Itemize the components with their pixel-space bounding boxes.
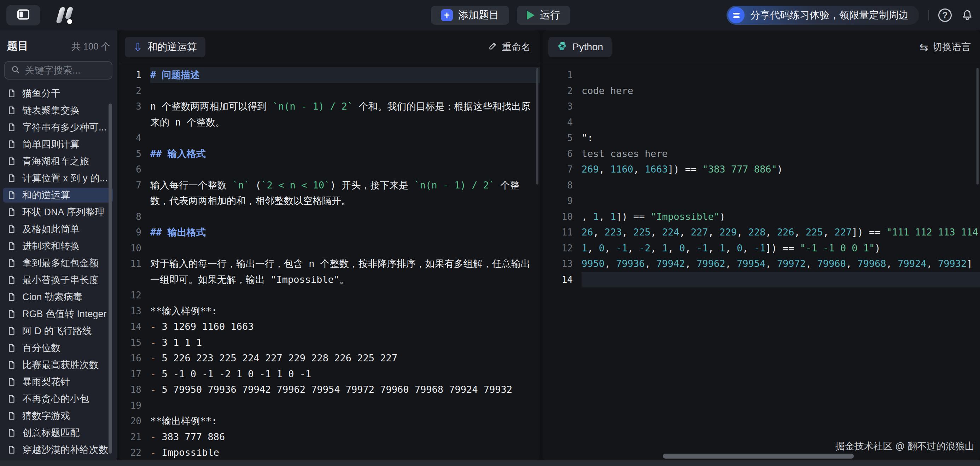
line-content[interactable]: - 5 226 223 225 224 227 229 228 226 225 … [150,350,540,366]
line-content[interactable]: 269, 1160, 1663]) == "383 777 886") [582,162,980,178]
line-content[interactable]: , 1, 1]) == "Impossible") [582,209,980,225]
line-content[interactable]: 26, 223, 225, 224, 227, 229, 228, 226, 2… [582,224,980,240]
sidebar-item[interactable]: 和的逆运算 [3,188,113,203]
editor-line[interactable]: 19 [119,398,540,414]
line-content[interactable]: - Impossible [150,445,540,460]
editor-line[interactable]: 6 [119,162,540,178]
search-input[interactable] [25,65,117,76]
line-content[interactable]: 输入每行一个整数 `n` (`2 < n < 10`) 开头，接下来是 `n(n… [150,178,540,209]
editor-line[interactable]: 1# 问题描述 [119,67,540,83]
line-content[interactable] [150,83,540,99]
app-logo[interactable] [53,6,83,25]
sidebar-item[interactable]: 计算位置 x 到 y 的... [3,171,113,186]
editor-line[interactable]: 1 [542,67,980,83]
line-content[interactable]: **输入样例**: [150,303,540,319]
line-content[interactable]: - 3 1269 1160 1663 [150,319,540,335]
sidebar-item[interactable]: 创意标题匹配 [3,425,113,440]
line-content[interactable]: - 383 777 886 [150,429,540,445]
editor-line[interactable]: 4 [119,130,540,146]
line-content[interactable]: ": [582,130,980,146]
line-content[interactable]: # 问题描述 [150,67,540,83]
editor-line[interactable]: 7输入每行一个整数 `n` (`2 < n < 10`) 开头，接下来是 `n(… [119,178,540,209]
line-content[interactable]: - 5 -1 0 -1 -2 1 0 -1 1 0 -1 [150,366,540,382]
sidebar-item[interactable]: 穿越沙漠的补给次数 [3,442,113,457]
line-content[interactable] [582,272,980,288]
language-tab[interactable]: Python [548,37,612,57]
sidebar-item[interactable]: 青海湖租车之旅 [3,154,113,169]
sidebar-item[interactable]: 及格如此简单 [3,222,113,237]
line-content[interactable]: ## 输出格式 [150,224,540,240]
editor-line[interactable]: 4 [542,115,980,130]
sidebar-item[interactable]: RGB 色值转 Integer [3,307,113,321]
line-content[interactable] [150,288,540,303]
switch-language-button[interactable]: ⇆ 切换语言 [920,41,971,53]
editor-line[interactable]: 8 [542,178,980,193]
problem-editor[interactable]: 1# 问题描述23n 个整数两两相加可以得到 `n(n - 1) / 2` 个和… [119,64,540,460]
promo-banner[interactable]: 分享代码练习体验，领限量定制周边 [727,6,919,25]
line-content[interactable] [150,398,540,414]
help-icon[interactable]: ? [938,8,952,22]
editor-line[interactable]: 5## 输入格式 [119,146,540,162]
editor-line[interactable]: 2 [119,83,540,99]
line-content[interactable] [582,67,980,83]
line-content[interactable] [150,240,540,256]
problem-editor-scrollbar[interactable] [536,68,538,184]
editor-line[interactable]: 9 [542,193,980,209]
line-content[interactable]: **输出样例**: [150,414,540,429]
editor-line[interactable]: 13**输入样例**: [119,303,540,319]
line-content[interactable] [582,115,980,130]
editor-line[interactable]: 20**输出样例**: [119,414,540,429]
run-button[interactable]: 运行 [517,6,570,25]
editor-line[interactable]: 3n 个整数两两相加可以得到 `n(n - 1) / 2` 个和。我们的目标是：… [119,99,540,130]
sidebar-item[interactable]: 百分位数 [3,340,113,355]
editor-line[interactable]: 5": [542,130,980,146]
line-content[interactable] [582,99,980,115]
editor-line[interactable]: 18- 5 79950 79936 79942 79962 79954 7997… [119,382,540,398]
sidebar-toggle-button[interactable] [6,5,40,25]
line-content[interactable]: 对于输入的每一行，输出一行，包含 n 个整数，按非降序排序，如果有多组解，任意输… [150,256,540,288]
editor-line[interactable]: 7269, 1160, 1663]) == "383 777 886") [542,162,980,178]
sidebar-item[interactable]: 比赛最高获胜次数 [3,358,113,372]
rename-button[interactable]: 重命名 [488,41,531,53]
line-content[interactable]: code here [582,83,980,99]
editor-line[interactable]: 12 [119,288,540,303]
editor-line[interactable]: 8 [119,209,540,225]
line-content[interactable] [150,130,540,146]
sidebar-item[interactable]: 简单四则计算 [3,137,113,152]
editor-line[interactable]: 2code here [542,83,980,99]
editor-line[interactable]: 15- 3 1 1 1 [119,335,540,351]
sidebar-item[interactable]: 暴雨梨花针 [3,374,113,389]
editor-line[interactable]: 21- 383 777 886 [119,429,540,445]
sidebar-item[interactable]: 环状 DNA 序列整理 [3,205,113,219]
line-content[interactable] [150,209,540,225]
editor-line[interactable]: 11对于输入的每一行，输出一行，包含 n 个整数，按非降序排序，如果有多组解，任… [119,256,540,288]
problem-tab[interactable]: ⇩ 和的逆运算 [125,37,205,57]
line-content[interactable] [582,178,980,193]
line-content[interactable]: - 5 79950 79936 79942 79962 79954 79972 … [150,382,540,398]
sidebar-item[interactable]: 最小替换子串长度 [3,273,113,288]
editor-line[interactable]: 22- Impossible [119,445,540,460]
sidebar-item[interactable]: 猜数字游戏 [3,409,113,423]
code-editor-vscrollbar[interactable] [977,68,978,184]
editor-line[interactable]: 6test cases here [542,146,980,162]
editor-line[interactable]: 14- 3 1269 1160 1663 [119,319,540,335]
line-content[interactable]: n 个整数两两相加可以得到 `n(n - 1) / 2` 个和。我们的目标是：根… [150,99,540,130]
sidebar-item[interactable]: Cion 勒索病毒 [3,289,113,304]
notifications-bell-icon[interactable] [961,9,974,22]
line-content[interactable]: test cases here [582,146,980,162]
sidebar-item[interactable]: 拿到最多红包金额 [3,256,113,270]
editor-line[interactable]: 10, 1, 1]) == "Impossible") [542,209,980,225]
editor-line[interactable]: 1126, 223, 225, 224, 227, 229, 228, 226,… [542,224,980,240]
line-content[interactable] [582,193,980,209]
sidebar-item[interactable]: 阿 D 的飞行路线 [3,323,113,338]
editor-line[interactable]: 121, 0, -1, -2, 1, 0, -1, 1, 0, -1]) == … [542,240,980,256]
sidebar-scrollbar[interactable] [108,103,112,453]
code-editor-hscrollbar[interactable] [663,453,854,458]
editor-line[interactable]: 14 [542,272,980,288]
sidebar-item[interactable]: 链表聚集交换 [3,103,113,118]
sidebar-item[interactable]: 猫鱼分干 [3,86,113,101]
editor-line[interactable]: 139950, 79936, 79942, 79962, 79954, 7997… [542,256,980,272]
editor-line[interactable]: 9## 输出格式 [119,224,540,240]
search-box[interactable] [4,61,113,80]
editor-line[interactable]: 10 [119,240,540,256]
